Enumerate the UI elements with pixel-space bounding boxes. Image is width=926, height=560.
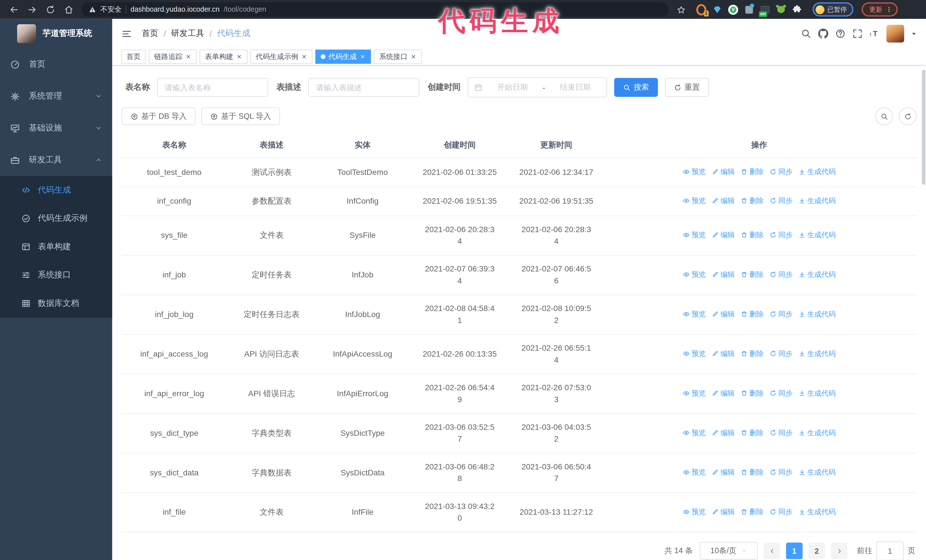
tab-codegen[interactable]: 代码生成 — [315, 50, 371, 64]
close-icon[interactable] — [236, 54, 242, 60]
action-delete-link[interactable]: 删除 — [740, 348, 764, 359]
search-button[interactable]: 搜索 — [614, 78, 658, 97]
action-sync-link[interactable]: 同步 — [770, 195, 793, 207]
action-preview-link[interactable]: 预览 — [683, 348, 706, 359]
sidebar-item-infra[interactable]: 基础设施 — [0, 112, 112, 144]
search-icon[interactable] — [801, 28, 811, 39]
action-preview-link[interactable]: 预览 — [683, 427, 706, 439]
tab-tracing[interactable]: 链路追踪 — [149, 50, 197, 64]
refresh-table-button[interactable] — [899, 107, 917, 125]
close-icon[interactable] — [301, 54, 307, 60]
action-generate-link[interactable]: 生成代码 — [798, 308, 836, 320]
action-preview-link[interactable]: 预览 — [683, 466, 706, 478]
switch-extension-icon[interactable]: on — [760, 5, 770, 15]
action-preview-link[interactable]: 预览 — [683, 308, 706, 320]
sidebar-item-home[interactable]: 首页 — [0, 48, 112, 80]
reset-button[interactable]: 重置 — [665, 78, 709, 97]
close-icon[interactable] — [360, 54, 366, 60]
action-delete-link[interactable]: 删除 — [740, 308, 764, 320]
browser-back-icon[interactable] — [9, 5, 19, 15]
bookmark-star-icon[interactable] — [677, 5, 685, 14]
toggle-search-button[interactable] — [875, 107, 893, 125]
breadcrumb-item[interactable]: 研发工具 — [171, 28, 204, 39]
browser-menu-dots-icon[interactable]: ⋮ — [886, 6, 893, 14]
action-edit-link[interactable]: 编辑 — [712, 348, 735, 359]
action-preview-link[interactable]: 预览 — [683, 195, 706, 207]
goto-page-input[interactable] — [876, 542, 903, 560]
action-generate-link[interactable]: 生成代码 — [798, 348, 836, 359]
next-page-button[interactable] — [831, 543, 847, 559]
action-sync-link[interactable]: 同步 — [770, 308, 793, 320]
action-generate-link[interactable]: 生成代码 — [798, 466, 836, 478]
action-delete-link[interactable]: 删除 — [740, 166, 764, 177]
breadcrumb-item[interactable]: 首页 — [142, 28, 158, 39]
action-edit-link[interactable]: 编辑 — [712, 466, 735, 478]
action-sync-link[interactable]: 同步 — [770, 348, 793, 359]
action-sync-link[interactable]: 同步 — [770, 269, 793, 280]
action-delete-link[interactable]: 删除 — [740, 195, 764, 207]
action-delete-link[interactable]: 删除 — [740, 506, 764, 518]
not-secure-label[interactable]: 不安全 — [100, 5, 122, 15]
avatar-caret-down-icon[interactable] — [911, 30, 917, 37]
action-delete-link[interactable]: 删除 — [740, 387, 764, 399]
sidebar-item-form-builder[interactable]: 表单构建 — [0, 233, 112, 261]
table-desc-input[interactable] — [308, 78, 419, 97]
github-icon[interactable] — [818, 28, 829, 39]
prev-page-button[interactable] — [764, 543, 780, 559]
action-sync-link[interactable]: 同步 — [770, 427, 793, 439]
action-edit-link[interactable]: 编辑 — [712, 387, 735, 399]
sidebar-item-system[interactable]: 系统管理 — [0, 80, 112, 112]
action-sync-link[interactable]: 同步 — [770, 506, 793, 518]
tab-home[interactable]: 首页 — [121, 50, 146, 64]
close-icon[interactable] — [410, 54, 416, 60]
tampermonkey-extension-icon[interactable] — [776, 5, 786, 15]
page-scrollbar[interactable] — [922, 70, 925, 185]
sidebar-item-devtools[interactable]: 研发工具 — [0, 144, 112, 176]
action-generate-link[interactable]: 生成代码 — [798, 195, 836, 207]
action-generate-link[interactable]: 生成代码 — [798, 166, 836, 177]
action-generate-link[interactable]: 生成代码 — [798, 506, 836, 518]
page-size-select[interactable]: 10条/页 — [700, 542, 758, 560]
sidebar-item-api[interactable]: 系统接口 — [0, 261, 112, 289]
action-delete-link[interactable]: 删除 — [740, 466, 764, 478]
tab-form-builder[interactable]: 表单构建 — [200, 50, 248, 64]
action-generate-link[interactable]: 生成代码 — [798, 387, 836, 399]
browser-reload-icon[interactable] — [45, 5, 56, 15]
import-db-button[interactable]: 基于 DB 导入 — [122, 107, 196, 125]
import-sql-button[interactable]: 基于 SQL 导入 — [201, 107, 280, 125]
sidebar-item-db-doc[interactable]: 数据库文档 — [0, 290, 112, 318]
vue-devtools-extension-icon[interactable]: V — [728, 5, 738, 15]
tab-codegen-example[interactable]: 代码生成示例 — [250, 50, 313, 64]
sidebar-logo-row[interactable]: 芋道管理系统 — [0, 19, 112, 48]
json-extension-icon[interactable] — [744, 5, 754, 15]
extensions-puzzle-icon[interactable] — [792, 5, 802, 15]
sidebar-item-codegen[interactable]: 代码生成 — [0, 176, 112, 204]
action-sync-link[interactable]: 同步 — [770, 387, 793, 399]
action-sync-link[interactable]: 同步 — [770, 229, 793, 241]
browser-forward-icon[interactable] — [27, 5, 37, 15]
action-delete-link[interactable]: 删除 — [740, 427, 764, 439]
gem-extension-icon[interactable] — [712, 5, 722, 15]
action-preview-link[interactable]: 预览 — [683, 506, 706, 518]
page-button-1[interactable]: 1 — [786, 543, 803, 559]
action-edit-link[interactable]: 编辑 — [712, 308, 735, 320]
not-secure-icon[interactable] — [89, 6, 96, 14]
browser-update-button[interactable]: 更新 ⋮ — [862, 2, 897, 17]
table-name-input[interactable] — [157, 78, 268, 97]
close-icon[interactable] — [186, 54, 191, 60]
action-edit-link[interactable]: 编辑 — [712, 229, 735, 241]
action-generate-link[interactable]: 生成代码 — [798, 427, 836, 439]
browser-profile-chip[interactable]: 已暂停 — [813, 2, 853, 17]
action-generate-link[interactable]: 生成代码 — [798, 229, 836, 241]
browser-home-icon[interactable] — [64, 5, 74, 15]
action-edit-link[interactable]: 编辑 — [712, 427, 735, 439]
action-preview-link[interactable]: 预览 — [683, 166, 706, 177]
action-preview-link[interactable]: 预览 — [683, 269, 706, 280]
page-button-2[interactable]: 2 — [809, 543, 825, 559]
action-delete-link[interactable]: 删除 — [740, 229, 764, 241]
address-bar[interactable]: 不安全 dashboard.yudao.iocoder.cn/tool/code… — [82, 2, 669, 17]
session-extension-icon[interactable]: 1 — [696, 5, 706, 15]
sidebar-item-codegen-example[interactable]: 代码生成示例 — [0, 204, 112, 232]
action-edit-link[interactable]: 编辑 — [712, 195, 735, 207]
end-date-placeholder[interactable]: 结束日期 — [550, 82, 601, 92]
